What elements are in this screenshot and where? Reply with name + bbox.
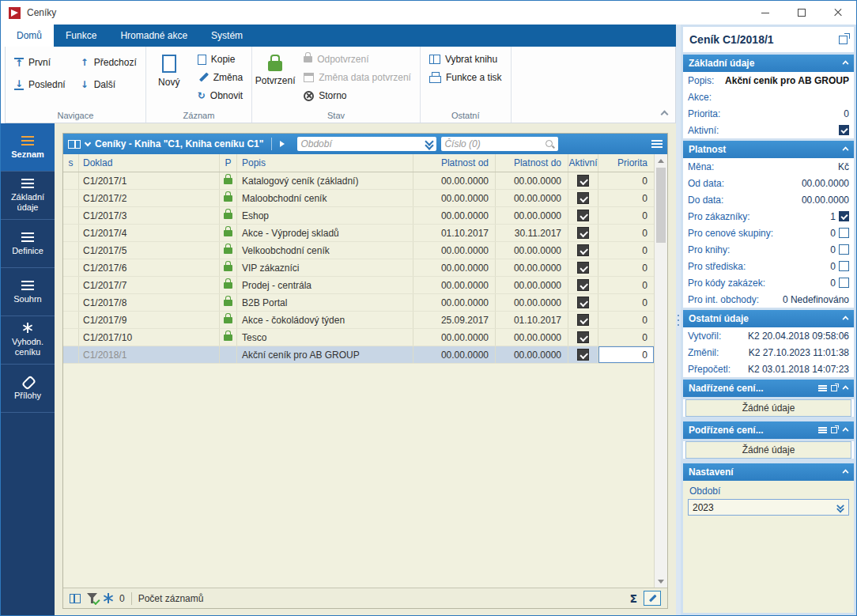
- cell-priorita[interactable]: 0: [598, 242, 654, 259]
- active-checkbox[interactable]: [577, 210, 589, 221]
- detail-field[interactable]: Pro střediska: 0: [683, 258, 854, 274]
- table-row[interactable]: C1/2017/5 Velkoobchodní ceník 00.00.0000: [63, 242, 654, 259]
- sum-icon[interactable]: Σ: [629, 592, 637, 605]
- column-header-priorita[interactable]: Priorita: [598, 154, 654, 172]
- minimize-button[interactable]: [747, 1, 783, 25]
- cancel-record-button[interactable]: Storno: [300, 88, 415, 104]
- detail-field[interactable]: Pro kódy zakázek: 0: [683, 274, 854, 291]
- first-button[interactable]: ↑ První: [10, 55, 70, 70]
- flake-icon[interactable]: [104, 593, 113, 603]
- active-checkbox[interactable]: [577, 279, 589, 291]
- obdobi-select[interactable]: 2023: [688, 499, 849, 516]
- detail-field[interactable]: Popis: Akční ceník pro AB GROUP: [683, 72, 854, 89]
- collapse-chevron-icon[interactable]: [843, 316, 849, 322]
- column-header-platnost-do[interactable]: Platnost do: [496, 154, 568, 172]
- popout-icon[interactable]: [839, 36, 848, 44]
- detail-field[interactable]: Pro zákazníky: 1: [683, 208, 854, 225]
- collapse-chevron-icon[interactable]: [843, 427, 849, 433]
- collapse-chevron-icon[interactable]: [843, 385, 849, 391]
- field-checkbox[interactable]: [839, 244, 849, 255]
- column-header-doklad[interactable]: Doklad: [79, 154, 220, 172]
- detail-field[interactable]: Aktivní:: [683, 122, 854, 138]
- sidebar-item[interactable]: Souhrn: [1, 268, 55, 316]
- filter-icon[interactable]: [87, 593, 97, 603]
- scrollbar-thumb[interactable]: [656, 168, 666, 243]
- table-row[interactable]: C1/2017/4 Akce - Výprodej skladů 01.10.2…: [63, 225, 654, 242]
- sidebar-item[interactable]: Seznam: [1, 123, 55, 172]
- table-row[interactable]: C1/2018/1 Akční ceník pro AB GROUP 00.00…: [63, 346, 654, 364]
- detail-field[interactable]: Pro int. obchody: 0 Nedefinováno: [683, 291, 854, 308]
- active-checkbox[interactable]: [577, 244, 589, 256]
- detail-field[interactable]: Změnil: K2 27.10.2023 11:01:38: [683, 344, 854, 361]
- new-button[interactable]: Nový: [151, 50, 187, 88]
- cell-priorita[interactable]: 0: [598, 172, 654, 189]
- ribbon-tab[interactable]: Hromadné akce: [108, 25, 199, 47]
- no-data-bar[interactable]: Žádné údaje: [685, 441, 851, 459]
- detail-field[interactable]: Od data: 00.00.0000: [683, 175, 854, 191]
- cell-priorita[interactable]: 0: [598, 329, 654, 346]
- table-row[interactable]: C1/2017/9 Akce - čokoládový týden 25.09.…: [63, 312, 654, 329]
- cell-priorita[interactable]: 0: [598, 259, 654, 276]
- sidebar-item[interactable]: Přílohy: [1, 365, 55, 413]
- detail-field[interactable]: Vytvořil: K2 20.04.2018 09:58:06: [683, 327, 854, 344]
- active-checkbox[interactable]: [577, 297, 589, 308]
- change-confirm-date-button[interactable]: Změna data potvrzení: [300, 70, 415, 85]
- maximize-button[interactable]: [783, 1, 820, 25]
- detail-field[interactable]: Do data: 00.00.0000: [683, 191, 854, 208]
- active-checkbox[interactable]: [577, 314, 589, 326]
- active-checkbox[interactable]: [577, 175, 589, 187]
- section-header-podrizene[interactable]: Podřízené cení...: [683, 421, 854, 439]
- period-filter-input[interactable]: [300, 138, 423, 149]
- section-header-nadrizene[interactable]: Nadřízené cení...: [683, 380, 854, 397]
- number-filter-input[interactable]: [444, 138, 542, 149]
- table-row[interactable]: C1/2017/1 Katalogový ceník (základní) 00…: [63, 172, 654, 190]
- cell-priorita[interactable]: 0: [598, 225, 654, 241]
- previous-button[interactable]: ↑ Předchozí: [76, 55, 141, 70]
- double-chevron-icon[interactable]: [425, 139, 433, 149]
- field-checkbox[interactable]: [839, 125, 849, 135]
- field-checkbox[interactable]: [839, 261, 849, 271]
- section-header-nastaveni[interactable]: Nastavení: [683, 463, 854, 481]
- vertical-scrollbar[interactable]: [654, 154, 667, 588]
- refresh-button[interactable]: ↻ Obnovit: [194, 88, 247, 104]
- detail-field[interactable]: Měna: Kč: [683, 158, 854, 175]
- ribbon-tab[interactable]: Domů: [5, 25, 54, 47]
- table-row[interactable]: C1/2017/2 Maloobchodní ceník 00.00.0000: [63, 190, 654, 207]
- table-row[interactable]: C1/2017/10 Tesco 00.00.0000 00.00.0000: [63, 329, 654, 346]
- next-button[interactable]: ↓ Další: [76, 77, 141, 93]
- field-checkbox[interactable]: [839, 278, 849, 288]
- scrollbar-track[interactable]: [655, 167, 667, 575]
- close-button[interactable]: [820, 1, 856, 25]
- cell-priorita[interactable]: 0: [598, 277, 654, 293]
- active-checkbox[interactable]: [577, 227, 589, 239]
- section-menu-icon[interactable]: [818, 385, 827, 391]
- column-header-platnost-od[interactable]: Platnost od: [413, 154, 496, 172]
- section-menu-icon[interactable]: [818, 427, 827, 433]
- edit-button[interactable]: Změna: [194, 70, 247, 85]
- view-columns-icon[interactable]: [70, 594, 81, 603]
- section-header-platnost[interactable]: Platnost: [683, 141, 854, 158]
- detail-field[interactable]: Akce:: [683, 89, 854, 105]
- chevron-down-icon[interactable]: [85, 139, 91, 145]
- field-checkbox[interactable]: [839, 211, 849, 221]
- sidebar-item[interactable]: Základní údaje: [1, 172, 55, 220]
- cell-priorita[interactable]: 0: [598, 294, 654, 311]
- select-book-button[interactable]: Vybrat knihu: [425, 51, 506, 67]
- detail-field[interactable]: Přepočetl: K2 03.01.2018 14:07:23: [683, 361, 854, 377]
- active-checkbox[interactable]: [577, 262, 589, 274]
- section-popout-icon[interactable]: [831, 385, 837, 391]
- copy-button[interactable]: Kopie: [194, 51, 247, 67]
- scroll-up-button[interactable]: [655, 154, 667, 167]
- section-header-zakladni[interactable]: Základní údaje: [683, 55, 854, 72]
- scroll-down-button[interactable]: [655, 575, 667, 588]
- detail-field[interactable]: Priorita: 0: [683, 105, 854, 122]
- ribbon-tab[interactable]: Systém: [199, 25, 255, 47]
- cell-priorita[interactable]: 0: [598, 207, 654, 224]
- column-header-popis[interactable]: Popis: [237, 154, 413, 172]
- ribbon-tab[interactable]: Funkce: [54, 25, 108, 47]
- sidebar-item[interactable]: Vyhodn. ceníku: [1, 316, 55, 365]
- active-checkbox[interactable]: [577, 331, 589, 343]
- section-header-ostatni[interactable]: Ostatní údaje: [683, 310, 854, 327]
- cell-priorita[interactable]: 0: [598, 312, 654, 328]
- edit-mode-button[interactable]: [644, 591, 661, 606]
